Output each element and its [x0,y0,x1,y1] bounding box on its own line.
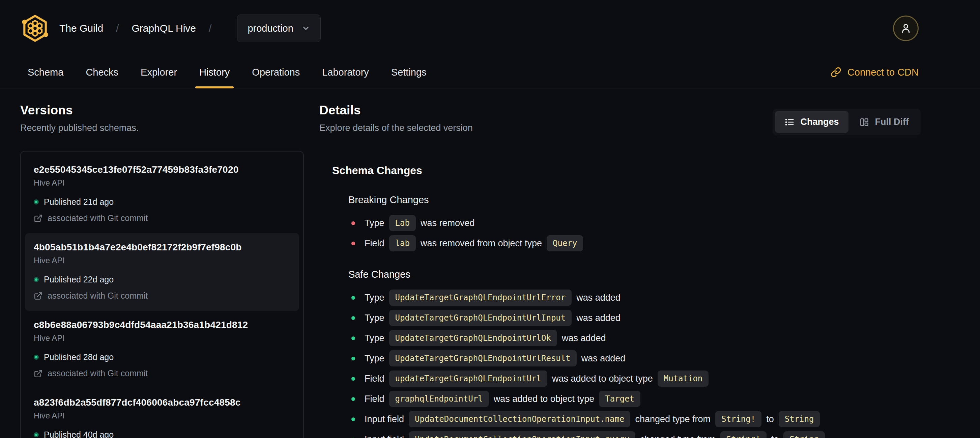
code-chip: Mutation [658,371,709,387]
tab-explorer[interactable]: Explorer [132,57,186,88]
code-chip: lab [389,235,416,252]
details-header: Details Explore details of the selected … [319,103,921,135]
change-text: was added [576,313,620,323]
change-text: was added to object type [552,374,653,384]
breadcrumb-separator: / [209,22,212,34]
change-list: TypeLabwas removedFieldlabwas removed fr… [348,215,921,252]
safe-bullet-icon [352,336,355,340]
version-card[interactable]: e2e55045345ce13fe07f52a77459b83fa3fe7020… [25,156,299,233]
app-header: The Guild / GraphQL Hive / production Sc… [0,0,980,88]
version-hash: a823f6db2a55df877dcf406006abca97fcc4858c [34,397,290,408]
version-service: Hive API [34,256,290,265]
code-chip: UpdateTargetGraphQLEndpointUrlInput [389,310,572,326]
columns-icon [859,117,869,127]
change-text: Field [364,238,385,249]
version-status: Published 40d ago [34,430,290,438]
published-status-dot [34,355,39,360]
main-content: Versions Recently published schemas. e2e… [0,88,980,438]
user-avatar[interactable] [893,16,919,41]
published-status-dot [34,277,39,282]
tab-schema[interactable]: Schema [19,57,72,88]
details-title: Details [319,103,473,118]
published-status-dot [34,199,39,204]
version-service: Hive API [34,178,290,188]
external-link-icon [34,214,43,223]
change-text: Type [364,313,385,323]
change-text: was added [562,333,606,344]
tab-checks[interactable]: Checks [77,57,127,88]
change-text: was removed [420,218,475,228]
safe-bullet-icon [352,377,355,381]
safe-bullet-icon [352,296,355,299]
change-text: Type [364,353,385,364]
version-service: Hive API [34,333,290,343]
hive-logo-icon[interactable] [20,13,50,43]
code-chip: String! [720,431,767,438]
published-status-dot [34,432,39,437]
change-group-title: Safe Changes [348,269,921,280]
published-status-label: Published 22d ago [44,275,114,285]
code-chip: Target [599,391,640,407]
connect-cdn-link[interactable]: Connect to CDN [830,67,919,78]
target-selector[interactable]: production [237,14,320,42]
schema-change-item: TypeUpdateTargetGraphQLEndpointUrlErrorw… [348,290,921,306]
tab-history[interactable]: History [191,57,239,88]
git-commit-link[interactable]: associated with Git commit [34,368,290,378]
code-chip: UpdateTargetGraphQLEndpointUrlResult [389,350,577,366]
details-panel: Details Explore details of the selected … [319,88,921,438]
change-text: Type [364,333,385,344]
schema-change-item: Input fieldUpdateDocumentCollectionOpera… [348,411,921,427]
target-selector-value: production [248,23,293,34]
breadcrumb-project-link[interactable]: GraphQL Hive [132,22,196,34]
list-icon [784,117,794,127]
versions-subtitle: Recently published schemas. [20,123,304,133]
change-text: was added [581,353,625,364]
code-chip: graphqlEndpointUrl [389,391,489,407]
change-text: Field [364,374,385,384]
code-chip: UpdateTargetGraphQLEndpointUrlError [389,290,572,306]
version-card[interactable]: c8b6e88a06793b9c4dfd54aaa21b36a1b421d812… [25,311,299,389]
safe-bullet-icon [352,316,355,320]
changes-view-button[interactable]: Changes [775,111,848,133]
tab-settings[interactable]: Settings [382,57,435,88]
change-text: was removed from object type [420,238,542,249]
change-text: was added [576,293,620,303]
version-card[interactable]: 4b05ab51b1b4a7e2e4b0ef82172f2b9f7ef98c0b… [25,233,299,311]
details-subtitle: Explore details of the selected version [319,123,473,133]
tab-operations[interactable]: Operations [243,57,309,88]
change-text: was added to object type [494,394,595,404]
git-commit-link[interactable]: associated with Git commit [34,291,290,301]
breadcrumb: The Guild / GraphQL Hive / production [59,14,321,42]
external-link-icon [34,291,43,300]
change-group-title: Breaking Changes [348,194,921,205]
connect-cdn-label: Connect to CDN [848,67,919,78]
safe-bullet-icon [352,417,355,421]
breaking-bullet-icon [352,221,355,225]
schema-change-item: TypeUpdateTargetGraphQLEndpointUrlResult… [348,350,921,366]
change-group-safe: Safe ChangesTypeUpdateTargetGraphQLEndpo… [348,269,921,438]
change-text: Field [364,394,385,404]
code-chip: UpdateDocumentCollectionOperationInput.q… [409,431,635,438]
change-group-breaking: Breaking ChangesTypeLabwas removedFieldl… [348,194,921,252]
version-service: Hive API [34,411,290,420]
schema-change-item: Input fieldUpdateDocumentCollectionOpera… [348,431,921,438]
schema-change-item: TypeUpdateTargetGraphQLEndpointUrlInputw… [348,310,921,326]
change-list: TypeUpdateTargetGraphQLEndpointUrlErrorw… [348,290,921,438]
versions-list: e2e55045345ce13fe07f52a77459b83fa3fe7020… [20,151,304,438]
code-chip: String [783,431,825,438]
git-commit-link[interactable]: associated with Git commit [34,213,290,223]
schema-change-item: Fieldlabwas removed from object typeQuer… [348,235,921,252]
schema-change-item: TypeUpdateTargetGraphQLEndpointUrlOkwas … [348,330,921,346]
code-chip: String! [715,411,762,427]
breadcrumb-org-link[interactable]: The Guild [59,22,103,34]
tab-laboratory[interactable]: Laboratory [313,57,378,88]
versions-title: Versions [20,103,304,118]
published-status-label: Published 40d ago [44,430,114,438]
full-diff-view-button[interactable]: Full Diff [850,111,918,133]
schema-change-groups: Breaking ChangesTypeLabwas removedFieldl… [332,194,921,438]
change-text: changed type from [635,414,711,425]
main-tabs: SchemaChecksExplorerHistoryOperationsLab… [19,57,440,88]
view-toggle: Changes Full Diff [773,109,921,135]
version-card[interactable]: a823f6db2a55df877dcf406006abca97fcc4858c… [25,389,299,438]
breaking-bullet-icon [352,242,355,245]
